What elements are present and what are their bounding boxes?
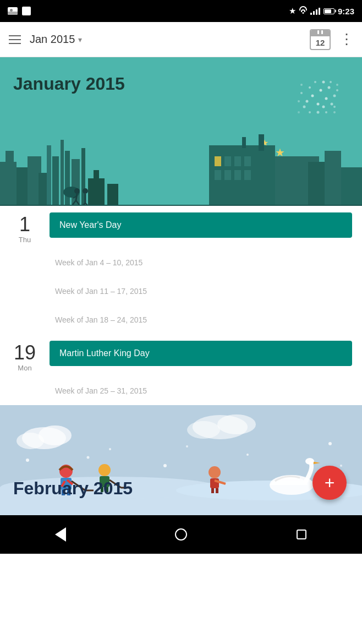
svg-rect-57 [244,170,251,180]
calendar-day-number: 12 [316,38,325,47]
wifi-icon [299,8,307,14]
svg-rect-92 [210,478,219,488]
svg-point-71 [17,433,44,449]
svg-rect-27 [17,167,28,206]
svg-point-99 [246,454,249,456]
more-options-button[interactable]: ⋮ [339,31,353,48]
svg-rect-54 [215,170,221,180]
week-row-jan4: Week of Jan 4 – 10, 2015 [0,248,362,277]
city-silhouette [0,129,362,206]
svg-rect-26 [6,151,14,206]
svg-point-24 [298,111,300,113]
svg-rect-55 [224,170,231,180]
mlk-day-event[interactable]: Martin Luther King Day [50,341,352,366]
svg-point-4 [333,95,336,97]
status-time: 9:23 [338,7,354,16]
svg-rect-39 [107,184,118,206]
svg-point-103 [186,445,188,447]
svg-point-16 [303,106,306,108]
svg-rect-62 [325,151,341,206]
february-scene [0,405,362,515]
svg-point-7 [331,103,333,106]
svg-rect-51 [224,156,231,166]
svg-rect-56 [234,170,241,180]
recent-apps-icon [297,530,306,539]
svg-rect-52 [234,156,241,166]
svg-point-21 [300,84,303,86]
svg-point-1 [320,89,322,92]
fab-plus-icon: + [325,473,335,493]
svg-point-97 [109,448,111,450]
date-row-jan1: 1 Thu New Year's Day [0,206,362,248]
calendar-today-button[interactable]: 12 [310,29,331,50]
status-bar: ★ 9:23 [0,0,362,22]
menu-button[interactable] [9,35,21,44]
february-banner: February 2015 + [0,405,362,515]
date-label-19: 19 Mon [0,341,50,372]
svg-point-15 [300,92,303,94]
svg-point-73 [217,414,256,434]
svg-point-17 [325,111,327,113]
svg-rect-38 [94,170,99,206]
date-label-1: 1 Thu [0,212,50,244]
svg-point-8 [336,89,338,91]
app-bar: Jan 2015 ▾ 12 ⋮ [0,22,362,57]
week-row-jan18: Week of Jan 18 – 24, 2015 [0,305,362,334]
battery-icon [323,8,334,14]
svg-point-83 [98,464,111,476]
svg-rect-94 [216,488,218,493]
svg-point-3 [325,97,328,100]
mlk-day-label: Martin Luther King Day [59,348,150,358]
new-years-day-label: New Year's Day [59,220,121,230]
svg-rect-64 [0,205,362,206]
svg-point-12 [322,81,325,84]
svg-point-11 [314,81,316,83]
nav-recent-button[interactable] [289,522,314,547]
svg-rect-53 [244,156,251,166]
fab-add-button[interactable]: + [312,466,347,500]
date-row-jan19: 19 Mon Martin Luther King Day [0,334,362,376]
svg-rect-50 [215,156,221,166]
svg-point-102 [87,456,90,459]
status-icons-right: ★ 9:23 [289,6,354,16]
date-number-1: 1 [0,215,50,234]
svg-point-14 [333,106,336,108]
star-icon: ★ [289,6,296,16]
svg-point-2 [328,86,331,89]
nav-home-button[interactable] [169,522,193,547]
week-label-jan18: Week of Jan 18 – 24, 2015 [55,315,147,324]
svg-point-0 [311,95,314,97]
new-years-day-event[interactable]: New Year's Day [50,212,352,238]
svg-point-10 [309,86,311,89]
svg-point-45 [83,188,88,194]
image-icon [8,7,18,15]
svg-rect-30 [47,145,51,206]
svg-point-100 [328,442,332,445]
svg-rect-31 [52,156,59,206]
svg-point-98 [163,464,167,467]
week-label-jan25: Week of Jan 25 – 31, 2015 [55,386,147,395]
clipboard-icon [22,7,31,15]
svg-point-91 [209,466,221,478]
svg-point-9 [306,100,309,103]
january-banner: January 2015 [0,57,362,206]
date-day-19: Mon [0,364,50,372]
svg-rect-58 [259,134,264,151]
app-bar-title[interactable]: Jan 2015 ▾ [30,33,310,46]
home-circle-icon [175,528,187,541]
svg-point-20 [333,111,336,113]
week-label-jan4: Week of Jan 4 – 10, 2015 [55,258,142,267]
svg-point-23 [298,100,300,102]
svg-point-96 [26,459,29,462]
back-arrow-icon [55,527,66,542]
date-day-1: Thu [0,236,50,244]
svg-point-90 [305,458,314,465]
nav-back-button[interactable] [48,522,73,547]
svg-point-74 [187,421,220,439]
calendar-content: 1 Thu New Year's Day Week of Jan 4 – 10,… [0,206,362,405]
february-banner-title: February 2015 [13,478,133,499]
svg-point-5 [317,103,320,106]
svg-point-13 [330,81,332,83]
month-year-label: Jan 2015 [30,33,75,46]
dropdown-arrow: ▾ [78,35,82,44]
